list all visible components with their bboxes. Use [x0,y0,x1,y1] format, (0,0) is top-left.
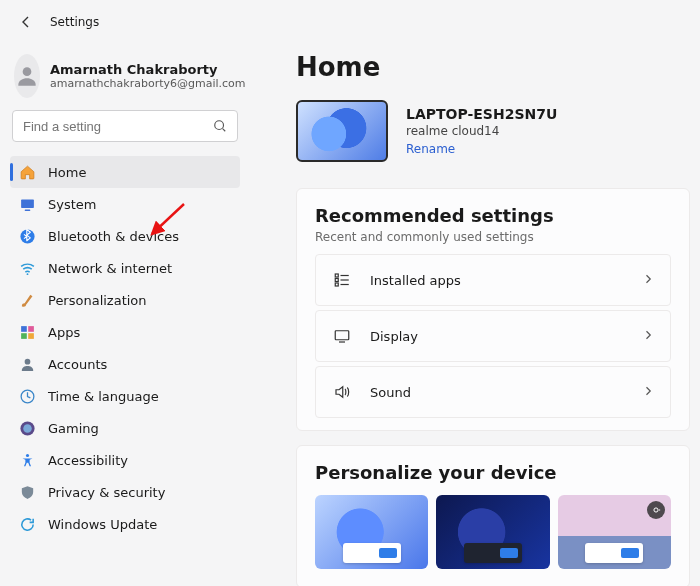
chevron-right-icon [642,385,654,400]
sound-icon [332,382,352,402]
nav-label: Network & internet [48,261,172,276]
nav-personalization[interactable]: Personalization [10,284,240,316]
nav-system[interactable]: System [10,188,240,220]
wifi-icon [18,259,36,277]
device-name: LAPTOP-ESH2SN7U [406,106,557,122]
row-label: Display [370,329,642,344]
nav-gaming[interactable]: Gaming [10,412,240,444]
theme-option-light[interactable] [315,495,428,569]
gaming-icon [18,419,36,437]
device-model: realme cloud14 [406,124,557,138]
svg-point-4 [20,229,34,243]
user-name: Amarnath Chakraborty [50,62,246,77]
nav-label: Windows Update [48,517,157,532]
card-title: Personalize your device [315,462,671,483]
nav-time[interactable]: Time & language [10,380,240,412]
back-button[interactable] [8,4,44,40]
row-label: Installed apps [370,273,642,288]
nav-label: Privacy & security [48,485,165,500]
nav-privacy[interactable]: Privacy & security [10,476,240,508]
svg-rect-7 [28,326,34,332]
brush-icon [18,291,36,309]
svg-point-13 [23,424,32,433]
nav-label: Accounts [48,357,107,372]
system-icon [18,195,36,213]
svg-rect-16 [335,279,338,282]
user-email: amarnathchakraborty6@gmail.com [50,77,246,90]
nav-update[interactable]: Windows Update [10,508,240,540]
nav-accounts[interactable]: Accounts [10,348,240,380]
svg-rect-6 [21,326,27,332]
nav-label: Time & language [48,389,159,404]
nav-network[interactable]: Network & internet [10,252,240,284]
nav-label: Accessibility [48,453,128,468]
card-subtitle: Recent and commonly used settings [315,230,671,244]
svg-point-1 [215,121,224,130]
svg-point-10 [24,358,30,364]
nav-label: Bluetooth & devices [48,229,179,244]
svg-point-14 [25,453,28,456]
device-hero: LAPTOP-ESH2SN7U realme cloud14 Rename [296,100,690,162]
nav-apps[interactable]: Apps [10,316,240,348]
nav-accessibility[interactable]: Accessibility [10,444,240,476]
svg-point-19 [654,508,658,512]
svg-rect-17 [335,283,338,286]
svg-rect-15 [335,274,338,277]
update-icon [18,515,36,533]
search-icon [213,119,227,133]
personalize-card: Personalize your device [296,445,690,586]
person-icon [14,63,40,89]
nav-label: Personalization [48,293,147,308]
main-content: Home LAPTOP-ESH2SN7U realme cloud14 Rena… [250,44,700,586]
recommended-settings-card: Recommended settings Recent and commonly… [296,188,690,431]
nav-label: Gaming [48,421,99,436]
svg-rect-3 [24,209,30,210]
row-display[interactable]: Display [315,310,671,362]
search-field[interactable] [23,119,213,134]
sidebar: Amarnath Chakraborty amarnathchakraborty… [0,44,250,586]
user-account[interactable]: Amarnath Chakraborty amarnathchakraborty… [10,48,240,110]
page-title: Home [296,52,690,82]
spotlight-badge-icon [647,501,665,519]
theme-option-spotlight[interactable] [558,495,671,569]
accounts-icon [18,355,36,373]
avatar [14,54,40,98]
nav-list: Home System Bluetooth & devices Network … [10,156,240,540]
window-title: Settings [50,15,99,29]
svg-point-5 [26,273,28,275]
svg-rect-9 [28,333,34,339]
card-title: Recommended settings [315,205,671,226]
svg-point-0 [23,67,32,76]
arrow-left-icon [18,14,34,30]
apps-list-icon [332,270,352,290]
nav-label: System [48,197,96,212]
row-label: Sound [370,385,642,400]
device-thumbnail [296,100,388,162]
chevron-right-icon [642,273,654,288]
display-icon [332,326,352,346]
shield-icon [18,483,36,501]
apps-icon [18,323,36,341]
svg-rect-2 [21,199,34,208]
accessibility-icon [18,451,36,469]
nav-label: Apps [48,325,80,340]
svg-rect-18 [335,331,349,340]
row-sound[interactable]: Sound [315,366,671,418]
svg-rect-8 [21,333,27,339]
theme-row [315,495,671,569]
theme-option-dark[interactable] [436,495,549,569]
row-installed-apps[interactable]: Installed apps [315,254,671,306]
bluetooth-icon [18,227,36,245]
home-icon [18,163,36,181]
nav-label: Home [48,165,86,180]
clock-globe-icon [18,387,36,405]
nav-home[interactable]: Home [10,156,240,188]
nav-bluetooth[interactable]: Bluetooth & devices [10,220,240,252]
rename-link[interactable]: Rename [406,142,557,156]
chevron-right-icon [642,329,654,344]
search-input[interactable] [12,110,238,142]
